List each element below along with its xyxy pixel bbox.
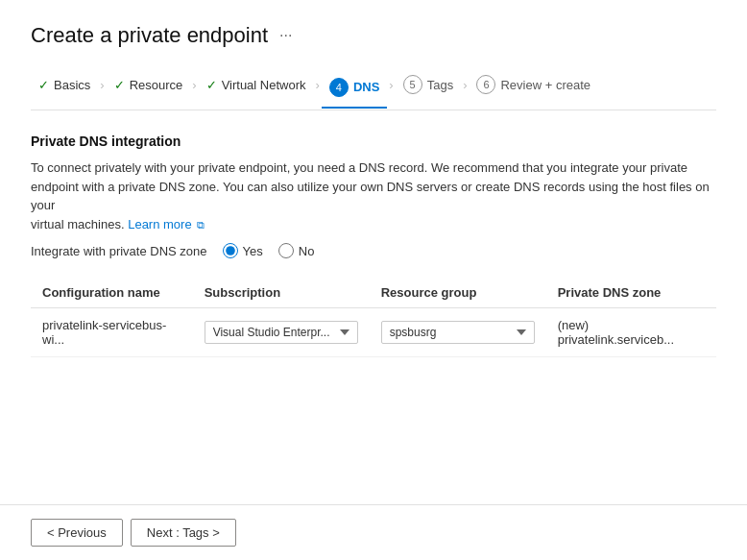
radio-no-option[interactable]: No [278,243,315,258]
step-tags[interactable]: 5 Tags [396,71,461,98]
cell-subscription[interactable]: Visual Studio Enterpr... [193,308,370,357]
step-label-basics: Basics [54,78,90,92]
radio-yes-option[interactable]: Yes [223,243,263,258]
cell-resource-group[interactable]: spsbusrg [370,308,546,357]
separator-2: › [190,78,198,92]
wizard-steps: ✓ Basics › ✓ Resource › ✓ Virtual Networ… [31,71,716,110]
step-dns[interactable]: 4 DNS [322,74,387,109]
dns-zone-row: Integrate with private DNS zone Yes No [31,243,716,258]
resource-group-dropdown[interactable]: spsbusrg [381,321,535,344]
section-title: Private DNS integration [31,134,716,149]
separator-5: › [461,78,469,92]
page-title: Create a private endpoint [31,23,268,48]
radio-yes-input[interactable] [223,243,238,258]
step-review-create[interactable]: 6 Review + create [469,71,598,98]
step-circle-tags: 5 [403,75,422,94]
check-icon-vnet: ✓ [206,78,217,92]
col-header-subscription: Subscription [193,278,370,308]
content-area: Private DNS integration To connect priva… [31,134,716,377]
radio-group: Yes No [223,243,315,258]
table-row: privatelink-servicebus-wi... Visual Stud… [31,308,716,357]
description-line2: endpoint with a private DNS zone. You ca… [31,180,710,213]
cell-dns-zone: (new) privatelink.serviceb... [546,308,716,357]
radio-no-label: No [299,244,315,258]
external-link-icon: ⧉ [197,219,205,231]
ellipsis-menu-icon[interactable]: ··· [279,27,292,44]
step-label-dns: DNS [353,80,379,94]
step-basics[interactable]: ✓ Basics [31,74,98,96]
separator-4: › [387,78,395,92]
learn-more-link[interactable]: Learn more ⧉ [128,217,205,231]
separator-3: › [314,78,322,92]
radio-no-input[interactable] [278,243,294,258]
table-header-row: Configuration name Subscription Resource… [31,278,716,308]
description-line1: To connect privately with your private e… [31,160,687,175]
step-resource[interactable]: ✓ Resource [107,74,191,96]
col-header-resource-group: Resource group [370,278,546,308]
description-paragraph: To connect privately with your private e… [31,158,716,233]
step-label-tags: Tags [427,78,453,92]
description-line3: virtual machines. [31,217,125,231]
col-header-dns-zone: Private DNS zone [546,278,716,308]
config-table: Configuration name Subscription Resource… [31,278,716,357]
step-circle-dns: 4 [329,78,349,97]
previous-button[interactable]: < Previous [31,519,123,547]
step-virtual-network[interactable]: ✓ Virtual Network [199,74,314,96]
separator-1: › [98,78,106,92]
step-label-resource: Resource [130,78,183,92]
step-label-review: Review + create [500,78,590,92]
cell-config-name: privatelink-servicebus-wi... [31,308,193,357]
radio-yes-label: Yes [243,244,263,258]
check-icon-resource: ✓ [114,78,125,92]
next-button[interactable]: Next : Tags > [131,519,236,547]
footer-bar: < Previous Next : Tags > [0,504,747,560]
subscription-dropdown[interactable]: Visual Studio Enterpr... [205,321,358,344]
check-icon-basics: ✓ [38,78,49,92]
dns-zone-label: Integrate with private DNS zone [31,244,207,258]
step-circle-review: 6 [476,75,495,94]
step-label-vnet: Virtual Network [222,78,306,92]
col-header-config-name: Configuration name [31,278,193,308]
